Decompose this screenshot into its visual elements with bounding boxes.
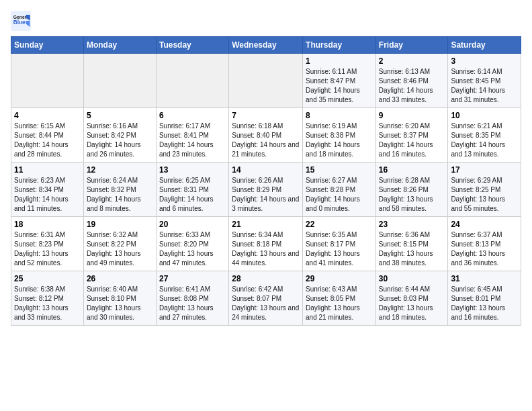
day-number: 15 — [306, 165, 373, 175]
day-info: Sunrise: 6:37 AM Sunset: 8:13 PM Dayligh… — [451, 230, 518, 268]
day-number: 9 — [379, 111, 445, 120]
calendar-cell: 4Sunrise: 6:15 AM Sunset: 8:44 PM Daylig… — [11, 108, 84, 163]
col-sunday: Sunday — [11, 37, 84, 54]
day-info: Sunrise: 6:33 AM Sunset: 8:20 PM Dayligh… — [159, 230, 226, 268]
calendar-cell — [83, 54, 156, 108]
calendar-cell: 19Sunrise: 6:32 AM Sunset: 8:22 PM Dayli… — [83, 217, 156, 271]
header: General Blue — [11, 11, 521, 31]
day-info: Sunrise: 6:41 AM Sunset: 8:08 PM Dayligh… — [159, 285, 226, 322]
calendar-cell: 16Sunrise: 6:28 AM Sunset: 8:26 PM Dayli… — [375, 163, 448, 217]
calendar-cell: 30Sunrise: 6:44 AM Sunset: 8:03 PM Dayli… — [375, 271, 448, 326]
day-number: 10 — [451, 111, 518, 120]
day-info: Sunrise: 6:34 AM Sunset: 8:18 PM Dayligh… — [232, 230, 300, 268]
day-number: 3 — [451, 56, 518, 66]
day-info: Sunrise: 6:13 AM Sunset: 8:46 PM Dayligh… — [379, 67, 445, 105]
day-info: Sunrise: 6:16 AM Sunset: 8:42 PM Dayligh… — [87, 122, 153, 159]
day-info: Sunrise: 6:42 AM Sunset: 8:07 PM Dayligh… — [232, 285, 300, 322]
day-info: Sunrise: 6:38 AM Sunset: 8:12 PM Dayligh… — [14, 285, 81, 322]
day-info: Sunrise: 6:19 AM Sunset: 8:38 PM Dayligh… — [306, 122, 373, 159]
day-number: 13 — [159, 165, 226, 175]
day-number: 30 — [379, 274, 445, 283]
calendar-week-3: 11Sunrise: 6:23 AM Sunset: 8:34 PM Dayli… — [11, 163, 521, 217]
day-number: 20 — [159, 220, 226, 229]
day-number: 8 — [306, 111, 373, 120]
calendar-cell: 18Sunrise: 6:31 AM Sunset: 8:23 PM Dayli… — [11, 217, 84, 271]
calendar-cell — [229, 54, 303, 108]
svg-text:Blue: Blue — [13, 19, 26, 26]
page: General Blue Sunday Monday Tuesday Wedne… — [0, 0, 532, 411]
col-tuesday: Tuesday — [156, 37, 228, 54]
calendar-cell: 2Sunrise: 6:13 AM Sunset: 8:46 PM Daylig… — [375, 54, 448, 108]
calendar-cell — [156, 54, 228, 108]
day-number: 27 — [159, 274, 226, 283]
day-number: 22 — [306, 220, 373, 229]
day-info: Sunrise: 6:32 AM Sunset: 8:22 PM Dayligh… — [87, 230, 153, 268]
calendar-cell — [11, 54, 84, 108]
col-friday: Friday — [375, 37, 448, 54]
calendar-cell: 9Sunrise: 6:20 AM Sunset: 8:37 PM Daylig… — [375, 108, 448, 163]
day-info: Sunrise: 6:35 AM Sunset: 8:17 PM Dayligh… — [306, 230, 373, 268]
day-info: Sunrise: 6:24 AM Sunset: 8:32 PM Dayligh… — [87, 176, 153, 214]
day-number: 11 — [14, 165, 81, 175]
day-info: Sunrise: 6:31 AM Sunset: 8:23 PM Dayligh… — [14, 230, 81, 268]
calendar: Sunday Monday Tuesday Wednesday Thursday… — [11, 36, 521, 326]
day-number: 16 — [379, 165, 445, 175]
day-info: Sunrise: 6:28 AM Sunset: 8:26 PM Dayligh… — [379, 176, 445, 214]
calendar-cell: 23Sunrise: 6:36 AM Sunset: 8:15 PM Dayli… — [375, 217, 448, 271]
col-saturday: Saturday — [448, 37, 521, 54]
calendar-week-5: 25Sunrise: 6:38 AM Sunset: 8:12 PM Dayli… — [11, 271, 521, 326]
day-number: 2 — [379, 56, 445, 66]
day-info: Sunrise: 6:29 AM Sunset: 8:25 PM Dayligh… — [451, 176, 518, 214]
header-row: Sunday Monday Tuesday Wednesday Thursday… — [11, 37, 521, 54]
day-info: Sunrise: 6:21 AM Sunset: 8:35 PM Dayligh… — [451, 122, 518, 159]
day-info: Sunrise: 6:18 AM Sunset: 8:40 PM Dayligh… — [232, 122, 300, 159]
day-info: Sunrise: 6:36 AM Sunset: 8:15 PM Dayligh… — [379, 230, 445, 268]
day-number: 19 — [87, 220, 153, 229]
day-info: Sunrise: 6:40 AM Sunset: 8:10 PM Dayligh… — [87, 285, 153, 322]
calendar-week-1: 1Sunrise: 6:11 AM Sunset: 8:47 PM Daylig… — [11, 54, 521, 108]
calendar-cell: 31Sunrise: 6:45 AM Sunset: 8:01 PM Dayli… — [448, 271, 521, 326]
day-info: Sunrise: 6:17 AM Sunset: 8:41 PM Dayligh… — [159, 122, 226, 159]
calendar-cell: 28Sunrise: 6:42 AM Sunset: 8:07 PM Dayli… — [229, 271, 303, 326]
day-number: 1 — [306, 56, 373, 66]
day-number: 31 — [451, 274, 518, 283]
calendar-cell: 21Sunrise: 6:34 AM Sunset: 8:18 PM Dayli… — [229, 217, 303, 271]
day-info: Sunrise: 6:45 AM Sunset: 8:01 PM Dayligh… — [451, 285, 518, 322]
calendar-cell: 10Sunrise: 6:21 AM Sunset: 8:35 PM Dayli… — [448, 108, 521, 163]
col-wednesday: Wednesday — [229, 37, 303, 54]
calendar-cell: 22Sunrise: 6:35 AM Sunset: 8:17 PM Dayli… — [303, 217, 376, 271]
generalblue-icon: General Blue — [11, 11, 31, 31]
day-number: 14 — [232, 165, 300, 175]
calendar-week-2: 4Sunrise: 6:15 AM Sunset: 8:44 PM Daylig… — [11, 108, 521, 163]
calendar-header: Sunday Monday Tuesday Wednesday Thursday… — [11, 37, 521, 54]
calendar-cell: 14Sunrise: 6:26 AM Sunset: 8:29 PM Dayli… — [229, 163, 303, 217]
calendar-cell: 5Sunrise: 6:16 AM Sunset: 8:42 PM Daylig… — [83, 108, 156, 163]
day-number: 29 — [306, 274, 373, 283]
day-info: Sunrise: 6:27 AM Sunset: 8:28 PM Dayligh… — [306, 176, 373, 214]
day-info: Sunrise: 6:43 AM Sunset: 8:05 PM Dayligh… — [306, 285, 373, 322]
day-number: 25 — [14, 274, 81, 283]
day-number: 28 — [232, 274, 300, 283]
calendar-cell: 7Sunrise: 6:18 AM Sunset: 8:40 PM Daylig… — [229, 108, 303, 163]
day-info: Sunrise: 6:44 AM Sunset: 8:03 PM Dayligh… — [379, 285, 445, 322]
calendar-cell: 6Sunrise: 6:17 AM Sunset: 8:41 PM Daylig… — [156, 108, 228, 163]
calendar-cell: 27Sunrise: 6:41 AM Sunset: 8:08 PM Dayli… — [156, 271, 228, 326]
col-monday: Monday — [83, 37, 156, 54]
calendar-week-4: 18Sunrise: 6:31 AM Sunset: 8:23 PM Dayli… — [11, 217, 521, 271]
day-number: 6 — [159, 111, 226, 120]
day-info: Sunrise: 6:11 AM Sunset: 8:47 PM Dayligh… — [306, 67, 373, 105]
day-number: 23 — [379, 220, 445, 229]
calendar-cell: 8Sunrise: 6:19 AM Sunset: 8:38 PM Daylig… — [303, 108, 376, 163]
calendar-cell: 17Sunrise: 6:29 AM Sunset: 8:25 PM Dayli… — [448, 163, 521, 217]
day-info: Sunrise: 6:23 AM Sunset: 8:34 PM Dayligh… — [14, 176, 81, 214]
calendar-cell: 11Sunrise: 6:23 AM Sunset: 8:34 PM Dayli… — [11, 163, 84, 217]
day-number: 4 — [14, 111, 81, 120]
day-number: 18 — [14, 220, 81, 229]
logo: General Blue — [11, 11, 34, 31]
calendar-cell: 1Sunrise: 6:11 AM Sunset: 8:47 PM Daylig… — [303, 54, 376, 108]
day-info: Sunrise: 6:14 AM Sunset: 8:45 PM Dayligh… — [451, 67, 518, 105]
day-number: 26 — [87, 274, 153, 283]
calendar-cell: 12Sunrise: 6:24 AM Sunset: 8:32 PM Dayli… — [83, 163, 156, 217]
day-number: 12 — [87, 165, 153, 175]
day-info: Sunrise: 6:25 AM Sunset: 8:31 PM Dayligh… — [159, 176, 226, 214]
